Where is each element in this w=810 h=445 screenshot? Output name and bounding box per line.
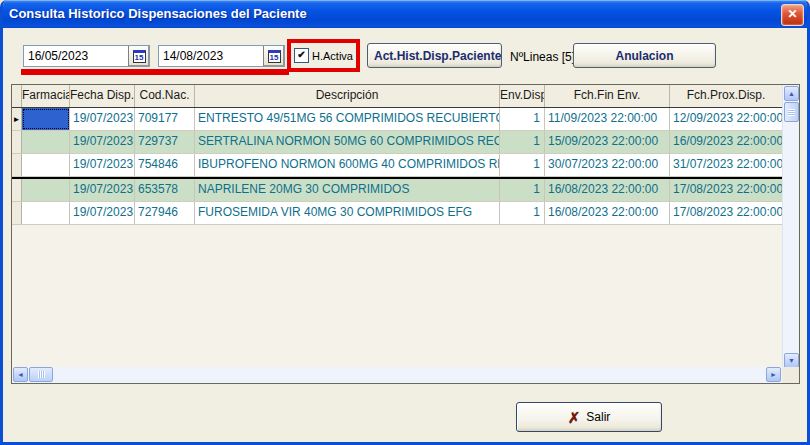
window-title: Consulta Historico Dispensaciones del Pa… [9,0,307,27]
cell-fch-fin-env[interactable]: 16/08/2023 22:00:00 [545,202,670,224]
horizontal-scrollbar[interactable]: ◄ ► [12,367,782,383]
scroll-right-icon[interactable]: ► [766,367,781,382]
header-fch-fin-env[interactable]: Fch.Fin Env. [545,85,670,107]
cell-fch-prox-disp[interactable]: 16/09/2023 22:00:00 [670,131,782,153]
header-farmacia[interactable]: Farmacia [22,85,70,107]
cell-farmacia[interactable] [22,154,70,176]
cell-env-disp[interactable]: 1 [500,179,545,201]
num-lineas-label: NºLineas [5] [510,50,575,64]
table-row[interactable]: ► 19/07/2023 709177 ENTRESTO 49/51MG 56 … [12,108,782,131]
header-cod-nac[interactable]: Cod.Nac. [135,85,195,107]
cell-env-disp[interactable]: 1 [500,154,545,176]
grid-body: Farmacia Fecha Disp. Cod.Nac. Descripció… [12,85,782,369]
row-marker-cell: ► [12,108,22,130]
calendar-icon: 15 [268,50,281,63]
cell-env-disp[interactable]: 1 [500,131,545,153]
table-row[interactable]: 19/07/2023 727946 FUROSEMIDA VIR 40MG 30… [12,202,782,225]
grid-header-row: Farmacia Fecha Disp. Cod.Nac. Descripció… [12,85,782,108]
date-to-value[interactable]: 14/08/2023 [159,49,263,63]
anulacion-button[interactable]: Anulacion [573,43,716,68]
cell-fecha-disp[interactable]: 19/07/2023 [70,131,135,153]
date-to-field[interactable]: 14/08/2023 15 [158,45,285,67]
header-marker-cell [12,85,22,107]
cell-fch-fin-env[interactable]: 11/09/2023 22:00:00 [545,108,670,130]
cell-cod-nac[interactable]: 727946 [135,202,195,224]
cell-cod-nac[interactable]: 754846 [135,154,195,176]
cell-farmacia[interactable] [22,131,70,153]
scrollbar-corner [782,367,799,383]
cell-cod-nac[interactable]: 729737 [135,131,195,153]
date-from-value[interactable]: 16/05/2023 [24,49,128,63]
cell-fecha-disp[interactable]: 19/07/2023 [70,154,135,176]
dialog-window: Consulta Historico Dispensaciones del Pa… [0,0,810,445]
selected-farmacia-cell[interactable] [22,108,70,130]
row-marker-cell [12,202,22,224]
cell-descripcion[interactable]: ENTRESTO 49/51MG 56 COMPRIMIDOS RECUBIER… [195,108,500,130]
cell-env-disp[interactable]: 1 [500,108,545,130]
cell-farmacia[interactable] [22,179,70,201]
table-row[interactable]: 19/07/2023 729737 SERTRALINA NORMON 50MG… [12,131,782,154]
cell-cod-nac[interactable]: 653578 [135,179,195,201]
current-row-marker-icon: ► [13,115,21,124]
scroll-down-icon[interactable]: ▼ [784,353,799,368]
cell-env-disp[interactable]: 1 [500,202,545,224]
cell-fch-fin-env[interactable]: 15/09/2023 22:00:00 [545,131,670,153]
cell-fecha-disp[interactable]: 19/07/2023 [70,202,135,224]
scroll-up-icon[interactable]: ▲ [784,86,799,101]
red-annotation-box: ✔ H.Activa [287,39,360,72]
cell-descripcion[interactable]: SERTRALINA NORMON 50MG 60 COMPRIMIDOS RE… [195,131,500,153]
check-icon: ✔ [297,49,305,60]
h-activa-checkbox[interactable]: ✔ [294,48,309,63]
header-descripcion[interactable]: Descripción [195,85,500,107]
calendar-picker-button[interactable]: 15 [128,46,149,66]
header-fch-prox-disp[interactable]: Fch.Prox.Disp. [670,85,782,107]
header-fecha-disp[interactable]: Fecha Disp. [70,85,135,107]
cell-fch-prox-disp[interactable]: 12/09/2023 22:00:00 [670,108,782,130]
salir-button-label: Salir [586,410,610,424]
red-annotation-underline [21,69,289,75]
calendar-picker-button[interactable]: 15 [263,46,284,66]
cell-descripcion[interactable]: IBUPROFENO NORMON 600MG 40 COMPRIMIDOS R… [195,154,500,176]
title-bar: Consulta Historico Dispensaciones del Pa… [0,0,810,28]
table-row[interactable]: 19/07/2023 653578 NAPRILENE 20MG 30 COMP… [12,179,782,202]
header-env-disp[interactable]: Env.Disp [500,85,545,107]
cell-fch-prox-disp[interactable]: 17/08/2023 22:00:00 [670,202,782,224]
scroll-left-icon[interactable]: ◄ [13,367,28,382]
table-row[interactable]: 19/07/2023 754846 IBUPROFENO NORMON 600M… [12,154,782,177]
row-marker-cell [12,179,22,201]
vertical-scroll-thumb[interactable] [784,102,799,122]
date-from-field[interactable]: 16/05/2023 15 [23,45,150,67]
act-hist-disp-paciente-button[interactable]: Act.Hist.Disp.Paciente [367,43,502,68]
horizontal-scroll-thumb[interactable] [29,367,53,382]
cell-farmacia[interactable] [22,202,70,224]
cell-cod-nac[interactable]: 709177 [135,108,195,130]
cell-fecha-disp[interactable]: 19/07/2023 [70,179,135,201]
cell-descripcion[interactable]: NAPRILENE 20MG 30 COMPRIMIDOS [195,179,500,201]
row-marker-cell [12,154,22,176]
salir-x-icon: ✗ [568,410,581,425]
grid-empty-area [12,225,782,369]
calendar-icon: 15 [133,50,146,63]
cell-fecha-disp[interactable]: 19/07/2023 [70,108,135,130]
cell-fch-fin-env[interactable]: 30/07/2023 22:00:00 [545,154,670,176]
vertical-scrollbar[interactable]: ▲ ▼ [782,85,799,369]
close-icon[interactable]: ✕ [781,4,804,26]
cell-descripcion[interactable]: FUROSEMIDA VIR 40MG 30 COMPRIMIDOS EFG [195,202,500,224]
dispensaciones-grid: Farmacia Fecha Disp. Cod.Nac. Descripció… [11,84,800,384]
cell-fch-prox-disp[interactable]: 17/08/2023 22:00:00 [670,179,782,201]
h-activa-label: H.Activa [312,50,353,62]
salir-button[interactable]: ✗ Salir [516,402,662,432]
cell-fch-prox-disp[interactable]: 31/07/2023 22:00:00 [670,154,782,176]
row-marker-cell [12,131,22,153]
cell-fch-fin-env[interactable]: 16/08/2023 22:00:00 [545,179,670,201]
